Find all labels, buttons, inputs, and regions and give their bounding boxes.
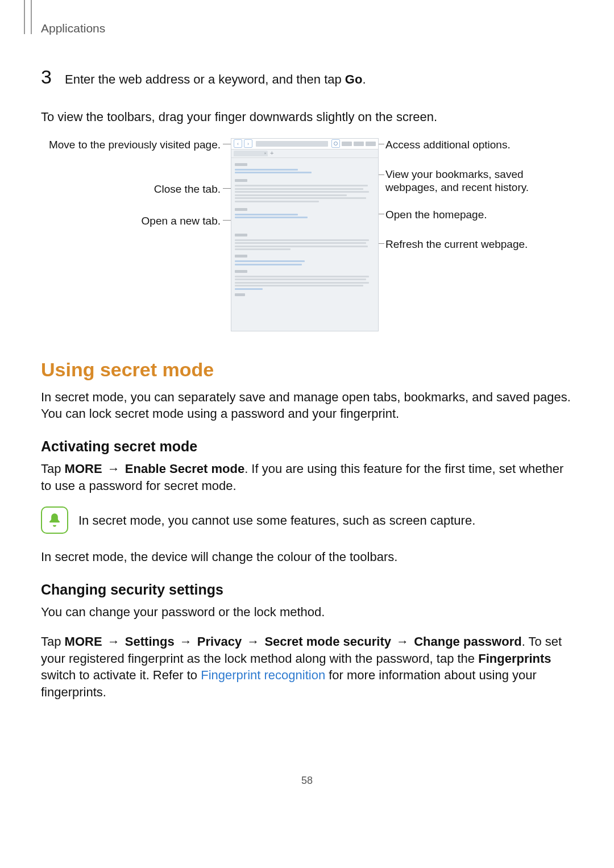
connector [379, 243, 384, 244]
browser-tab: × [234, 151, 268, 156]
connector [379, 175, 384, 175]
callout-refresh: Refresh the current webpage. [385, 238, 573, 251]
plus-icon: + [270, 150, 273, 156]
toolbars-hint: To view the toolbars, drag your finger d… [41, 109, 573, 126]
colour-note: In secret mode, the device will change t… [41, 549, 573, 566]
go-label: Go [345, 72, 363, 86]
connector [379, 214, 384, 214]
browser-topbar: ‹ › [231, 139, 378, 149]
change-line1: You can change your password or the lock… [41, 604, 573, 621]
step-number: 3 [41, 66, 65, 88]
refresh-icon [331, 139, 340, 148]
callout-new-tab: Open a new tab. [41, 214, 221, 228]
browser-tabbar: × + [231, 149, 378, 158]
activate-text: Tap MORE → Enable Secret mode. If you ar… [41, 460, 573, 494]
fingerprint-link[interactable]: Fingerprint recognition [201, 668, 325, 682]
connector [379, 144, 384, 144]
bell-icon [41, 506, 68, 534]
note-text: In secret mode, you cannot use some feat… [78, 512, 475, 529]
section-header: Applications [41, 22, 573, 35]
url-bar [256, 141, 328, 147]
page-content: Applications 3 Enter the web address or … [0, 0, 614, 809]
subtitle-change-security: Changing security settings [41, 582, 573, 598]
browser-body [231, 158, 378, 302]
callout-homepage: Open the homepage. [385, 208, 573, 222]
callout-prev-page: Move to the previously visited page. [41, 138, 221, 152]
secret-mode-desc: In secret mode, you can separately save … [41, 389, 573, 422]
more-icon [366, 142, 376, 146]
browser-screenshot: ‹ › × + [231, 138, 379, 331]
change-line2: Tap MORE → Settings → Privacy → Secret m… [41, 633, 573, 701]
step-3: 3 Enter the web address or a keyword, an… [41, 66, 573, 88]
subtitle-activate: Activating secret mode [41, 438, 573, 455]
bookmarks-icon [354, 142, 364, 146]
back-icon: ‹ [234, 139, 242, 148]
step-text: Enter the web address or a keyword, and … [65, 72, 366, 87]
close-icon: × [264, 151, 267, 156]
note-block: In secret mode, you cannot use some feat… [41, 506, 573, 534]
callout-bookmarks: View your bookmarks, saved webpages, and… [385, 168, 573, 195]
forward-icon: › [244, 139, 252, 148]
browser-diagram: Move to the previously visited page. Clo… [41, 138, 573, 343]
section-title-secret-mode: Using secret mode [41, 359, 573, 381]
page-number: 58 [41, 775, 573, 787]
callout-close-tab: Close the tab. [41, 182, 221, 196]
callout-more-options: Access additional options. [385, 138, 573, 152]
home-icon [342, 142, 352, 146]
